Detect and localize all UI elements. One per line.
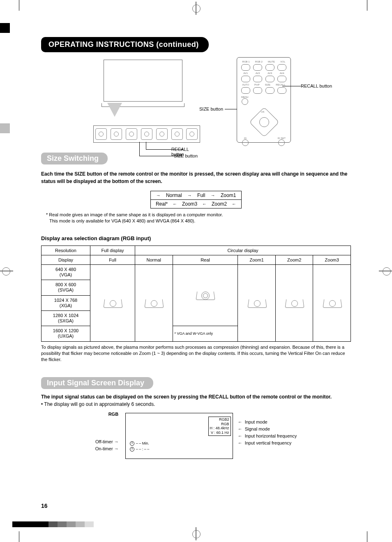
- section-input-signal: Input Signal Screen Display: [41, 377, 153, 389]
- monitor-button-row: [93, 125, 200, 143]
- page-number: 16: [41, 503, 48, 509]
- cycle-note-2: This mode is only available for VGA (640…: [49, 218, 351, 224]
- remote-diagram: RGB 1RGB 2MUTEVOL AV1AV2AV3AV4 AUTOPinPS…: [229, 57, 299, 143]
- table-row: 640 X 480 (VGA): [42, 264, 90, 280]
- side-marker-black: [0, 23, 10, 33]
- input-bullet: • The display will go out in approximate…: [41, 401, 351, 407]
- page-title: OPERATING INSTRUCTIONS (continued): [41, 37, 209, 52]
- monitor-diagram: RECALL button SIZE button: [93, 60, 200, 143]
- signal-screen-diagram: RGB RGB2 RGB H : 48.4kHz V : 60.1 Hz – –…: [125, 413, 233, 459]
- display-thumb-real: [195, 288, 215, 301]
- crop-mark-right: [380, 266, 392, 276]
- cycle-note-1: * Real mode gives an image of the same s…: [46, 212, 351, 218]
- signal-info-box: RGB2 RGB H : 48.4kHz V : 60.1 Hz: [208, 417, 231, 436]
- side-marker-grey: [0, 123, 10, 133]
- display-thumb-zoom3: [322, 296, 342, 309]
- clock-icon: [130, 441, 134, 446]
- table-row: 1024 X 768 (XGA): [42, 295, 90, 310]
- table-row: 800 X 600 (SVGA): [42, 280, 90, 295]
- corner-tick: [19, 0, 26, 11]
- size-cycle-diagram: →Normal →Full →Zoom1 Real*← Zoom3← Zoom2…: [150, 191, 242, 208]
- rgb-label: RGB: [108, 412, 118, 417]
- corner-tick: [19, 531, 26, 542]
- crop-mark-left: [0, 266, 12, 276]
- input-intro-text: The input signal status can be displayed…: [41, 393, 351, 401]
- display-thumb-zoom1: [247, 296, 267, 309]
- signal-left-callouts: Off-timer → On-timer →: [95, 413, 121, 459]
- corner-tick: [360, 531, 367, 542]
- display-thumb-normal: [143, 296, 164, 309]
- display-thumb-full: [102, 296, 123, 309]
- monitor-size-label: SIZE button: [174, 153, 198, 158]
- remote-recall-label: RECALL button: [301, 83, 332, 88]
- gradient-bar: [12, 521, 94, 527]
- size-intro-text: Each time the SIZE button of the remote …: [41, 170, 351, 185]
- table-subhead: Display area selection diagram (RGB inpu…: [41, 235, 351, 241]
- corner-tick: [360, 0, 367, 11]
- table-footnote: To display signals as pictured above, th…: [41, 344, 351, 363]
- arrow-down-icon: [107, 103, 122, 117]
- crop-mark-top: [191, 3, 201, 13]
- signal-right-callouts: ←Input mode ←Signal mode ←Input horizont…: [238, 413, 297, 459]
- display-area-table: Resolution Full display Circular display…: [41, 246, 351, 342]
- crop-mark-bottom: [191, 529, 201, 539]
- display-thumb-zoom2: [284, 296, 304, 309]
- clock-icon: [130, 447, 134, 452]
- table-row: 1600 X 1200 (UXGA): [42, 326, 90, 341]
- section-size-switching: Size Switching: [41, 153, 108, 164]
- table-row: 1280 X 1024 (SXGA): [42, 310, 90, 326]
- remote-size-label: SIZE button: [199, 107, 223, 111]
